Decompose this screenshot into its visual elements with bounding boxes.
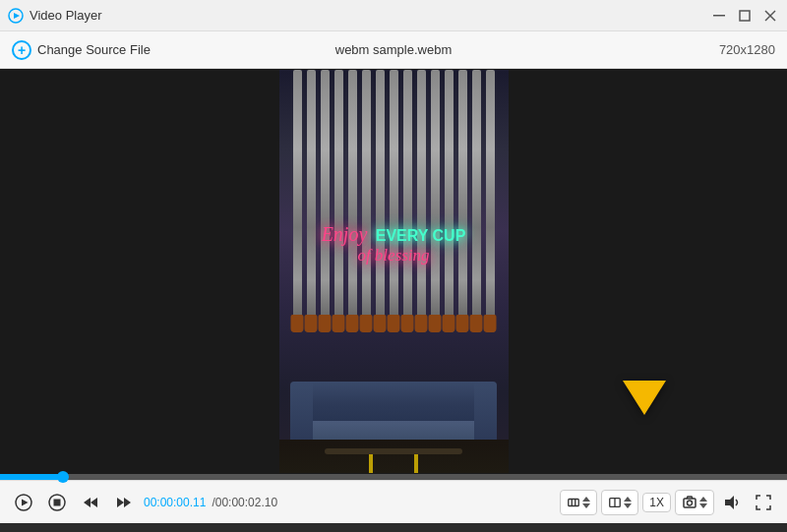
svg-marker-22: [624, 503, 632, 508]
svg-marker-25: [699, 497, 707, 502]
fit-button[interactable]: [560, 490, 597, 515]
svg-marker-27: [725, 496, 734, 509]
fullscreen-button[interactable]: [750, 489, 777, 516]
neon-line-1: Enjoy EVERY CUP: [290, 223, 497, 246]
filename-label: webm sample.webm: [335, 42, 453, 57]
dimensions-label: 720x1280: [719, 42, 775, 57]
title-bar: Video Player: [0, 0, 787, 31]
stop-button[interactable]: [43, 489, 71, 516]
right-controls: 1X: [560, 489, 777, 516]
slat-6: [362, 70, 371, 332]
app-title: Video Player: [30, 8, 101, 23]
sofa-area: [279, 320, 509, 473]
neon-enjoy-text: Enjoy: [322, 223, 368, 245]
slat-10: [417, 70, 426, 332]
table-legs: [347, 454, 439, 473]
total-time: /00:00:02.10: [212, 496, 277, 509]
current-time: 00:00:00.11: [144, 496, 206, 509]
progress-bar[interactable]: [0, 474, 787, 480]
controls-bar: 00:00:00.11 /00:00:02.10: [0, 480, 787, 523]
svg-marker-7: [22, 499, 29, 505]
neon-blessing-text: of blessing: [357, 246, 429, 265]
svg-rect-14: [569, 499, 579, 505]
svg-rect-3: [740, 11, 750, 21]
sofa-seat: [297, 421, 490, 440]
neon-sign: Enjoy EVERY CUP of blessing: [290, 223, 497, 266]
app-icon: [8, 8, 24, 24]
sofa-arm-left: [290, 382, 313, 440]
arrow-indicator: [620, 371, 669, 420]
slat-8: [390, 70, 398, 332]
maximize-button[interactable]: [736, 7, 754, 25]
play-button[interactable]: [10, 489, 37, 516]
aspect-ratio-button[interactable]: [601, 490, 638, 515]
svg-rect-9: [54, 499, 61, 505]
slats-decoration: [279, 70, 509, 332]
svg-marker-10: [84, 498, 91, 507]
svg-rect-2: [713, 15, 725, 17]
slat-4: [334, 70, 343, 332]
slat-12: [445, 70, 454, 332]
progress-thumb[interactable]: [57, 471, 69, 483]
slat-9: [403, 70, 412, 332]
table-leg-left: [369, 454, 373, 473]
sofa-arm-right: [474, 382, 497, 440]
slat-14: [472, 70, 481, 332]
slat-1: [293, 70, 302, 332]
svg-marker-11: [91, 498, 97, 507]
arrow-down-icon: [623, 381, 666, 415]
video-area: Enjoy EVERY CUP of blessing: [0, 69, 787, 474]
svg-marker-1: [14, 13, 20, 19]
progress-fill: [0, 474, 63, 480]
close-button[interactable]: [761, 7, 779, 25]
svg-marker-26: [699, 503, 707, 508]
minimize-button[interactable]: [710, 7, 728, 25]
add-source-icon: +: [12, 40, 31, 60]
slat-3: [321, 70, 330, 332]
svg-marker-17: [582, 497, 590, 502]
window-controls: [710, 7, 779, 25]
change-source-label: Change Source File: [37, 42, 151, 57]
slat-15: [486, 70, 495, 332]
title-bar-left: Video Player: [8, 8, 101, 24]
table-leg-right: [414, 454, 418, 473]
toolbar: + Change Source File webm sample.webm 72…: [0, 31, 787, 69]
svg-marker-21: [624, 497, 632, 502]
svg-marker-12: [117, 498, 124, 507]
neon-every-text: EVERY CUP: [376, 227, 466, 244]
screenshot-button[interactable]: [675, 490, 714, 515]
slat-7: [376, 70, 385, 332]
floor-area: [279, 440, 509, 473]
change-source-button[interactable]: + Change Source File: [12, 40, 151, 60]
forward-button[interactable]: [110, 489, 138, 516]
video-frame: Enjoy EVERY CUP of blessing: [279, 70, 509, 473]
slat-13: [458, 70, 467, 332]
svg-marker-13: [124, 498, 131, 507]
svg-point-24: [688, 501, 693, 505]
slat-2: [307, 70, 316, 332]
video-background: Enjoy EVERY CUP of blessing: [279, 70, 509, 473]
slat-5: [348, 70, 357, 332]
volume-button[interactable]: [718, 489, 746, 516]
svg-marker-18: [582, 503, 590, 508]
speed-button[interactable]: 1X: [642, 493, 671, 512]
slat-11: [431, 70, 440, 332]
neon-line-2: of blessing: [290, 246, 497, 266]
rewind-button[interactable]: [77, 489, 104, 516]
